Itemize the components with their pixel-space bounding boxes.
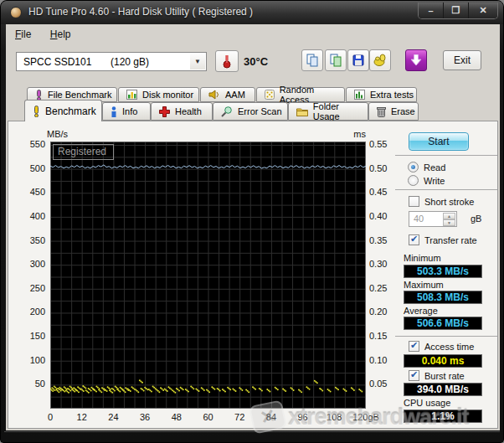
tab-label: Disk monitor: [142, 90, 193, 100]
short-stroke-option[interactable]: Short stroke: [409, 196, 474, 207]
tab-random-access[interactable]: Random Access: [256, 87, 345, 102]
tab-aam[interactable]: AAM: [200, 87, 255, 102]
download-icon: [410, 54, 422, 66]
axis-tick: 0.10: [369, 355, 399, 365]
axis-tick: 0.20: [369, 306, 399, 317]
y-right-axis-label: ms: [349, 129, 366, 139]
drive-select[interactable]: SPCC SSD101 (120 gB) ▼: [16, 52, 207, 71]
thermometer-icon: [222, 54, 232, 69]
read-option[interactable]: Read: [408, 162, 445, 173]
transfer-rate-checkbox[interactable]: [409, 234, 419, 245]
y-left-axis-label: MB/s: [47, 129, 68, 139]
tab-label: Error Scan: [238, 106, 282, 116]
exclamation-icon-yellow: [33, 106, 40, 117]
chart-canvas: [50, 142, 366, 409]
write-label: Write: [424, 176, 445, 186]
tab-erase[interactable]: Erase: [368, 102, 419, 121]
tab-health[interactable]: Health: [151, 102, 213, 121]
tab-extra-tests[interactable]: Extra tests: [346, 87, 417, 102]
tab-folder-usage[interactable]: Folder Usage: [288, 102, 368, 121]
menu-help[interactable]: Help: [43, 26, 79, 43]
burst-rate-checkbox[interactable]: [409, 370, 419, 381]
access-time-option[interactable]: Access time: [409, 341, 474, 352]
short-stroke-value: 40: [414, 214, 424, 224]
trash-icon: [377, 106, 386, 117]
average-value: 506.6 MB/s: [404, 317, 482, 330]
save-button[interactable]: [347, 49, 369, 71]
axis-tick: 0.40: [369, 211, 399, 221]
axis-tick: 150: [15, 331, 45, 341]
minimum-label: Minimum: [404, 253, 441, 263]
tab-label: Info: [122, 106, 137, 116]
write-radio[interactable]: [408, 175, 419, 186]
minimize-button[interactable]: –: [419, 3, 444, 18]
temperature-button[interactable]: [215, 50, 239, 72]
close-button[interactable]: ✕: [469, 3, 497, 18]
short-stroke-checkbox[interactable]: [409, 196, 419, 207]
copy-image-icon: [329, 54, 342, 67]
read-radio[interactable]: [408, 162, 419, 173]
transfer-rate-option[interactable]: Transfer rate: [409, 234, 477, 245]
hand-icon: [373, 54, 388, 67]
exit-button[interactable]: Exit: [443, 50, 481, 70]
tab-label: Benchmark: [45, 106, 96, 117]
short-stroke-unit: gB: [471, 214, 481, 224]
write-option[interactable]: Write: [408, 175, 445, 186]
menu-bar: File Help: [8, 26, 498, 44]
copy-button[interactable]: [301, 49, 323, 71]
save-icon: [352, 54, 365, 67]
magnifier-icon: [221, 106, 233, 117]
transfer-rate-label: Transfer rate: [424, 235, 477, 245]
copy-icon: [306, 54, 319, 67]
title-bar[interactable]: HD Tune Pro 4.60 - Hard Disk Utility ( R…: [1, 1, 504, 24]
axis-tick: 100: [15, 355, 45, 365]
maximum-value: 508.3 MB/s: [404, 291, 482, 304]
speaker-icon: [208, 90, 220, 100]
axis-tick: 0.55: [369, 139, 399, 149]
spinner-up-icon[interactable]: ▲: [443, 213, 455, 219]
axis-tick: 0.30: [369, 259, 399, 269]
start-button[interactable]: Start: [409, 132, 469, 151]
minimum-value: 503.3 MB/s: [404, 265, 482, 278]
tab-error-scan[interactable]: Error Scan: [213, 102, 288, 121]
short-stroke-spinner[interactable]: 40 ▲ ▼: [409, 211, 457, 227]
burst-rate-label: Burst rate: [424, 371, 465, 381]
app-window: HD Tune Pro 4.60 - Hard Disk Utility ( R…: [0, 0, 504, 443]
cpu-usage-value: 1.1%: [404, 410, 482, 423]
axis-tick: 350: [15, 235, 45, 245]
maximize-button[interactable]: ❒: [444, 3, 469, 18]
axis-tick: 0.35: [369, 235, 399, 245]
average-label: Average: [404, 306, 438, 316]
burst-rate-option[interactable]: Burst rate: [409, 370, 465, 381]
spinner-down-icon[interactable]: ▼: [443, 219, 455, 226]
client-area: File Help SPCC SSD101 (120 gB) ▼ 30°C: [6, 24, 500, 430]
folder-icon: [296, 106, 308, 116]
menu-file[interactable]: File: [8, 26, 39, 43]
separator: [395, 189, 497, 190]
chevron-down-icon[interactable]: ▼: [190, 54, 205, 70]
window-controls: – ❒ ✕: [418, 3, 498, 19]
cpu-usage-label: CPU usage: [404, 398, 450, 408]
options-button[interactable]: [369, 49, 391, 71]
access-time-checkbox[interactable]: [409, 341, 419, 352]
update-button[interactable]: [405, 49, 427, 71]
short-stroke-label: Short stroke: [424, 197, 474, 207]
tab-benchmark[interactable]: Benchmark: [24, 100, 102, 121]
bar-chart-icon: [126, 90, 137, 100]
copy-image-button[interactable]: [325, 49, 347, 71]
benchmark-page: MB/s ms Registered 550500450400350300250…: [8, 121, 498, 429]
axis-tick: 200: [15, 306, 45, 317]
axis-tick: 0.25: [369, 283, 399, 293]
tab-label: Extra tests: [370, 90, 414, 100]
health-cross-icon: [159, 106, 170, 117]
drive-name: SPCC SSD101: [23, 56, 91, 68]
tab-disk-monitor[interactable]: Disk monitor: [118, 87, 199, 102]
spinner-buttons: ▲ ▼: [443, 213, 455, 225]
access-time-value: 0.040 ms: [404, 354, 482, 368]
axis-tick: 120gB: [347, 412, 384, 422]
info-icon: [111, 106, 117, 117]
temperature-value: 30°C: [244, 55, 268, 68]
exclamation-icon-purple: [35, 90, 43, 100]
tab-info[interactable]: Info: [102, 102, 151, 121]
dice-icon: [265, 90, 275, 100]
